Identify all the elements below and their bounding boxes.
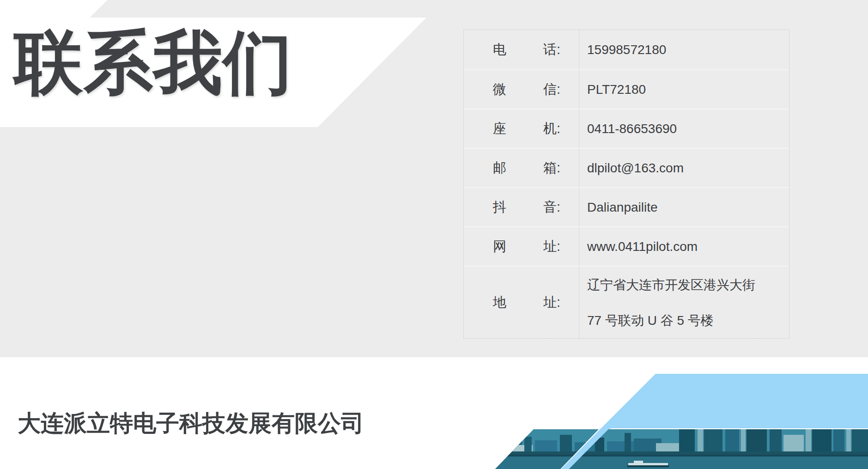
row-label-text: 邮箱: bbox=[493, 159, 560, 177]
row-label: 微信: bbox=[464, 70, 579, 109]
row-value-text: 15998572180 bbox=[587, 43, 666, 57]
row-label-text: 微信: bbox=[493, 80, 560, 99]
company-name: 大连派立特电子科技发展有限公司 bbox=[18, 408, 364, 439]
row-label: 座机: bbox=[464, 110, 579, 148]
row-value-text: PLT72180 bbox=[587, 82, 646, 97]
row-label: 抖音: bbox=[464, 188, 579, 226]
row-value: 辽宁省大连市开发区港兴大街77 号联动 U 谷 5 号楼 bbox=[579, 267, 789, 338]
table-row: 微信:PLT72180 bbox=[464, 69, 789, 109]
table-row: 抖音:Dalianpailite bbox=[464, 187, 789, 226]
row-value: PLT72180 bbox=[579, 70, 789, 109]
row-label: 地址: bbox=[464, 267, 579, 338]
row-label-text: 座机: bbox=[493, 120, 560, 138]
row-value-line: 77 号联动 U 谷 5 号楼 bbox=[587, 303, 714, 338]
table-row: 网址:www.0411pilot.com bbox=[464, 226, 789, 266]
table-row: 地址:辽宁省大连市开发区港兴大街77 号联动 U 谷 5 号楼 bbox=[464, 266, 789, 338]
row-value: www.0411pilot.com bbox=[579, 227, 789, 266]
row-label-text: 电话: bbox=[493, 41, 560, 59]
table-row: 座机:0411-86653690 bbox=[464, 109, 789, 148]
row-value-text: www.0411pilot.com bbox=[587, 239, 698, 254]
table-row: 邮箱:dlpilot@163.com bbox=[464, 148, 789, 187]
top-section: 联系我们 电话:15998572180微信:PLT72180座机:0411-86… bbox=[0, 0, 868, 357]
row-label: 电话: bbox=[464, 30, 579, 69]
row-value-text: 0411-86653690 bbox=[587, 122, 677, 136]
row-label: 网址: bbox=[464, 227, 579, 266]
row-value: dlpilot@163.com bbox=[579, 149, 789, 187]
bottom-section: 大连派立特电子科技发展有限公司 bbox=[0, 357, 868, 469]
page-title: 联系我们 bbox=[14, 22, 293, 103]
row-value: Dalianpailite bbox=[579, 188, 789, 226]
row-value: 0411-86653690 bbox=[579, 110, 789, 148]
row-label-text: 抖音: bbox=[493, 198, 560, 217]
row-value-text: Dalianpailite bbox=[587, 200, 658, 215]
row-value: 15998572180 bbox=[579, 30, 789, 69]
row-value-line: 辽宁省大连市开发区港兴大街 bbox=[587, 267, 755, 303]
contact-slide: 联系我们 电话:15998572180微信:PLT72180座机:0411-86… bbox=[0, 0, 868, 469]
row-value-text: dlpilot@163.com bbox=[587, 161, 684, 176]
row-label-text: 地址: bbox=[493, 293, 560, 312]
row-label-text: 网址: bbox=[493, 238, 560, 256]
table-row: 电话:15998572180 bbox=[464, 30, 789, 69]
decor-art bbox=[462, 357, 868, 469]
contact-table: 电话:15998572180微信:PLT72180座机:0411-8665369… bbox=[463, 30, 789, 339]
row-label: 邮箱: bbox=[464, 149, 579, 187]
blue-parallelogram bbox=[601, 374, 868, 428]
